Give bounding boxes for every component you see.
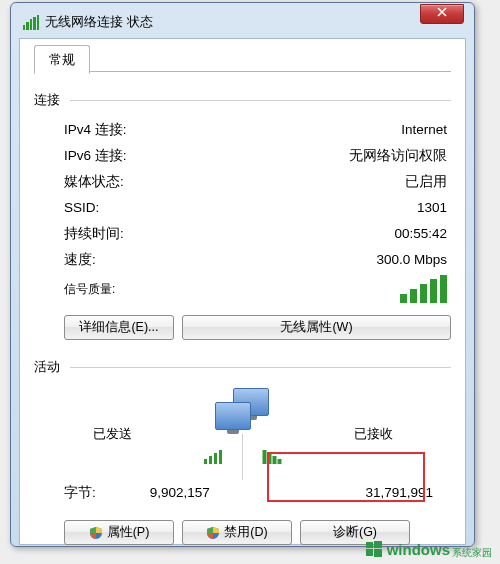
media-label: 媒体状态: (64, 171, 124, 193)
title-text: 无线网络连接 状态 (45, 13, 153, 31)
svg-rect-0 (366, 542, 373, 548)
bytes-label: 字节: (64, 482, 96, 504)
disable-label: 禁用(D) (224, 524, 267, 541)
connection-title: 连接 (34, 91, 60, 109)
connection-group: 连接 IPv4 连接: Internet IPv6 连接: 无网络访问权限 媒体… (34, 91, 451, 340)
duration-value: 00:55:42 (394, 223, 447, 245)
properties-label: 属性(P) (107, 524, 150, 541)
svg-rect-2 (366, 549, 373, 556)
bytes-sent: 9,902,157 (96, 482, 264, 504)
client-area: 常规 连接 IPv4 连接: Internet IPv6 连接: 无网络访问权限… (19, 38, 466, 545)
activity-title: 活动 (34, 358, 60, 376)
wifi-signal-icon (23, 14, 39, 30)
close-icon (437, 7, 447, 17)
windows-flag-icon (365, 540, 383, 558)
ipv4-label: IPv4 连接: (64, 119, 127, 141)
svg-rect-3 (374, 549, 382, 557)
activity-group: 活动 已发送 已接收 字 (34, 358, 451, 545)
media-value: 已启用 (405, 171, 447, 193)
recv-bars-icon (263, 450, 282, 464)
computer-icon (211, 388, 275, 436)
sent-label: 已发送 (52, 425, 172, 443)
tab-row: 常规 (34, 45, 451, 73)
signal-strength-icon (400, 275, 447, 303)
ssid-label: SSID: (64, 197, 99, 219)
tab-general[interactable]: 常规 (34, 45, 90, 74)
ipv6-label: IPv6 连接: (64, 145, 127, 167)
sent-bars-icon (204, 450, 223, 464)
signal-label: 信号质量: (64, 281, 115, 298)
bytes-recv: 31,791,991 (265, 482, 433, 504)
speed-value: 300.0 Mbps (376, 249, 447, 271)
disable-button[interactable]: 禁用(D) (182, 520, 292, 545)
ipv4-value: Internet (401, 119, 447, 141)
properties-button[interactable]: 属性(P) (64, 520, 174, 545)
shield-icon (89, 526, 103, 540)
ssid-value: 1301 (417, 197, 447, 219)
speed-label: 速度: (64, 249, 96, 271)
watermark: windows 系统家园 (365, 540, 492, 558)
dialog-window: 无线网络连接 状态 常规 连接 IPv4 连接: Internet IPv6 连… (10, 2, 475, 547)
details-button[interactable]: 详细信息(E)... (64, 315, 174, 340)
watermark-sub: 系统家园 (452, 546, 492, 560)
recv-label: 已接收 (313, 425, 433, 443)
titlebar[interactable]: 无线网络连接 状态 (19, 10, 466, 38)
shield-icon (206, 526, 220, 540)
close-button[interactable] (420, 4, 464, 24)
ipv6-value: 无网络访问权限 (349, 145, 447, 167)
duration-label: 持续时间: (64, 223, 124, 245)
wireless-properties-button[interactable]: 无线属性(W) (182, 315, 451, 340)
watermark-text: windows (387, 541, 450, 558)
svg-rect-1 (374, 541, 382, 548)
